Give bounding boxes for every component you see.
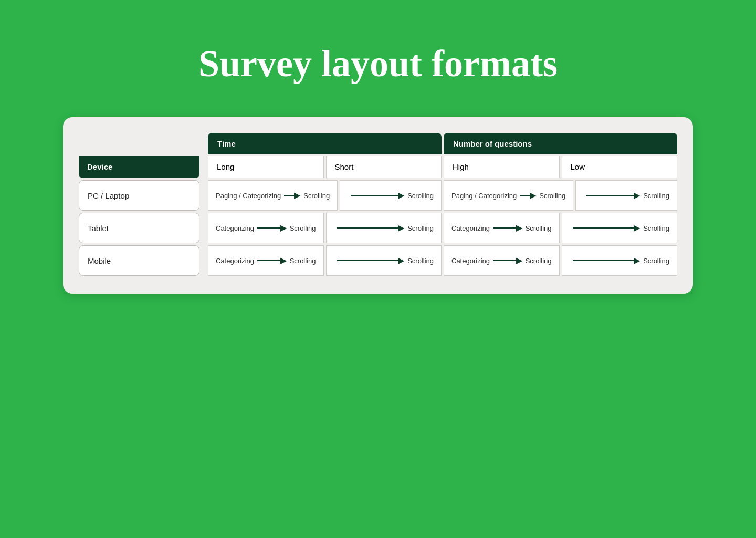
content-cell: Categorizing▶Scrolling (444, 245, 560, 276)
arrow-line (257, 227, 281, 229)
content-cell: ▶Scrolling (562, 245, 678, 276)
arrow-head-icon: ▶ (516, 256, 522, 265)
arrow-container: ▶ (586, 191, 640, 200)
cell-from-label: Categorizing (216, 257, 254, 265)
arrow-head-icon: ▶ (398, 224, 404, 232)
time-section: Paging / Categorizing▶Scrolling▶Scrollin… (208, 180, 442, 211)
content-cell: Categorizing▶Scrolling (444, 213, 560, 243)
cell-to-label: Scrolling (526, 257, 552, 265)
device-header: Device (79, 156, 200, 178)
cell-to-label: Scrolling (643, 192, 669, 200)
content-cell: Paging / Categorizing▶Scrolling (208, 180, 338, 211)
content-cell: ▶Scrolling (340, 180, 442, 211)
cell-to-label: Scrolling (539, 192, 565, 200)
arrow-container: ▶ (493, 256, 522, 265)
cell-to-label: Scrolling (526, 224, 552, 232)
content-cell: Categorizing▶Scrolling (208, 245, 324, 276)
cell-to-label: Scrolling (290, 257, 316, 265)
questions-section: Categorizing▶Scrolling▶Scrolling (444, 245, 677, 276)
questions-high-subheader: High (444, 156, 560, 178)
arrow-container: ▶ (337, 256, 405, 265)
content-cell: ▶Scrolling (326, 213, 442, 243)
arrow-line (337, 227, 399, 229)
arrow-container: ▶ (351, 191, 404, 200)
cell-from-label: Categorizing (452, 224, 490, 232)
cell-to-label: Scrolling (407, 192, 434, 200)
arrow-head-icon: ▶ (294, 191, 300, 200)
arrow-head-icon: ▶ (516, 224, 522, 232)
device-cell: Mobile (79, 245, 200, 276)
arrow-line (257, 260, 281, 261)
cell-to-label: Scrolling (643, 257, 669, 265)
arrow-line (351, 195, 398, 196)
time-section: Categorizing▶Scrolling▶Scrolling (208, 213, 442, 243)
page-title: Survey layout formats (198, 42, 558, 86)
arrow-line (493, 227, 517, 229)
arrow-head-icon: ▶ (398, 191, 404, 200)
cell-to-label: Scrolling (303, 192, 330, 200)
arrow-container: ▶ (284, 191, 300, 200)
cell-to-label: Scrolling (407, 257, 434, 265)
arrow-head-icon: ▶ (280, 256, 287, 265)
arrow-container: ▶ (573, 224, 640, 232)
content-cell: ▶Scrolling (575, 180, 677, 211)
content-cell: Categorizing▶Scrolling (208, 213, 324, 243)
arrow-line (337, 260, 399, 261)
content-cell: ▶Scrolling (326, 245, 442, 276)
arrow-container: ▶ (573, 256, 640, 265)
arrow-container: ▶ (493, 224, 522, 232)
arrow-head-icon: ▶ (398, 256, 404, 265)
cell-to-label: Scrolling (290, 224, 316, 232)
data-rows: PC / LaptopPaging / Categorizing▶Scrolli… (79, 180, 677, 276)
arrow-line (573, 260, 635, 261)
time-long-subheader: Long (208, 156, 324, 178)
content-cell: ▶Scrolling (562, 213, 678, 243)
time-section: Categorizing▶Scrolling▶Scrolling (208, 245, 442, 276)
questions-section: Categorizing▶Scrolling▶Scrolling (444, 213, 677, 243)
arrow-line (284, 195, 295, 196)
arrow-container: ▶ (520, 191, 536, 200)
time-short-subheader: Short (326, 156, 442, 178)
arrow-line (520, 195, 530, 196)
device-cell: Tablet (79, 213, 200, 243)
arrow-container: ▶ (257, 224, 287, 232)
time-header: Time (208, 133, 442, 154)
arrow-line (586, 195, 634, 196)
cell-from-label: Categorizing (216, 224, 254, 232)
cell-from-label: Paging / Categorizing (452, 192, 517, 200)
table-row: PC / LaptopPaging / Categorizing▶Scrolli… (79, 180, 677, 211)
questions-section: Paging / Categorizing▶Scrolling▶Scrollin… (444, 180, 677, 211)
arrow-container: ▶ (337, 224, 405, 232)
cell-to-label: Scrolling (407, 224, 434, 232)
questions-low-subheader: Low (562, 156, 678, 178)
arrow-container: ▶ (257, 256, 287, 265)
arrow-head-icon: ▶ (634, 224, 640, 232)
arrow-head-icon: ▶ (634, 256, 640, 265)
arrow-head-icon: ▶ (530, 191, 536, 200)
table-row: MobileCategorizing▶Scrolling▶ScrollingCa… (79, 245, 677, 276)
questions-header: Number of questions (444, 133, 677, 154)
cell-from-label: Categorizing (452, 257, 490, 265)
device-cell: PC / Laptop (79, 180, 200, 211)
arrow-head-icon: ▶ (280, 224, 287, 232)
table-card: Time Number of questions Device Long Sho… (63, 117, 693, 294)
cell-from-label: Paging / Categorizing (216, 192, 281, 200)
content-cell: Paging / Categorizing▶Scrolling (444, 180, 573, 211)
arrow-head-icon: ▶ (634, 191, 640, 200)
arrow-line (573, 227, 635, 229)
table-row: TabletCategorizing▶Scrolling▶ScrollingCa… (79, 213, 677, 243)
arrow-line (493, 260, 517, 261)
cell-to-label: Scrolling (643, 224, 669, 232)
